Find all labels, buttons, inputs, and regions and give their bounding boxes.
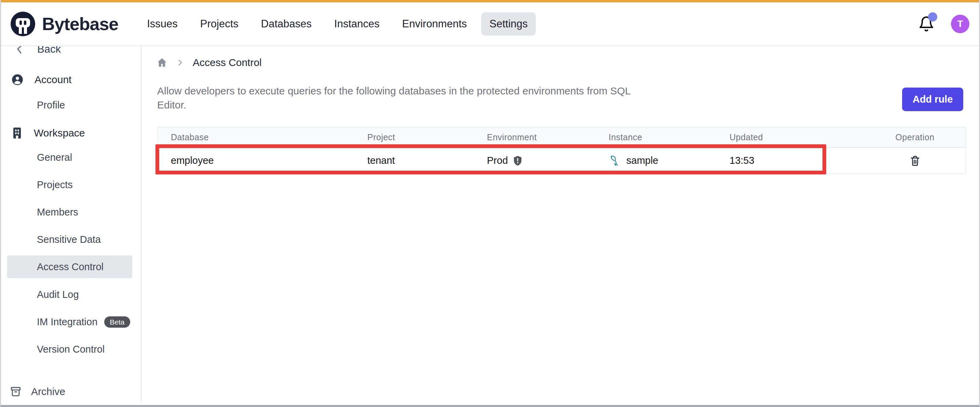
access-control-label: Access Control (37, 261, 103, 273)
table-header-row: Database Project Environment Instance Up… (158, 128, 965, 148)
building-icon (11, 127, 23, 139)
sidebar-item-profile[interactable]: Profile (37, 99, 65, 111)
mysql-dolphin-icon (609, 155, 622, 166)
trash-icon (910, 155, 920, 166)
nav-item-projects[interactable]: Projects (192, 12, 247, 35)
general-label: General (37, 152, 72, 163)
col-header-instance: Instance (596, 132, 716, 142)
chevron-left-icon (15, 46, 24, 54)
page-body: Back Account Profile (1, 46, 979, 402)
page-description: Allow developers to execute queries for … (157, 84, 643, 112)
col-header-environment: Environment (474, 132, 596, 142)
cell-database: employee (158, 155, 354, 166)
im-integration-label: IM Integration (37, 316, 97, 328)
sidebar-back-button[interactable]: Back (15, 46, 61, 56)
workspace-section-label: Workspace (34, 127, 85, 139)
top-navbar: Bytebase Issues Projects Databases Insta… (1, 2, 979, 46)
delete-rule-button[interactable] (908, 154, 921, 168)
sidebar-item-audit-log[interactable]: Audit Log (37, 289, 79, 300)
brand-name: Bytebase (42, 14, 118, 34)
add-rule-button[interactable]: Add rule (902, 88, 963, 111)
account-section-label: Account (35, 74, 72, 86)
top-accent-strip (1, 0, 979, 2)
main-nav: Issues Projects Databases Instances Envi… (139, 12, 536, 35)
notification-bell-button[interactable] (918, 15, 935, 33)
cell-updated: 13:53 (716, 155, 864, 166)
nav-item-environments[interactable]: Environments (394, 12, 475, 35)
brand-logo[interactable]: Bytebase (11, 12, 118, 36)
user-avatar[interactable]: T (951, 15, 969, 33)
projects-label: Projects (37, 179, 73, 190)
header-right: T (918, 15, 969, 33)
protected-shield-icon (512, 155, 523, 166)
main-content: Access Control Allow developers to execu… (142, 46, 979, 402)
sensitive-data-label: Sensitive Data (37, 234, 101, 245)
avatar-letter: T (958, 19, 963, 29)
settings-sidebar: Back Account Profile (1, 46, 142, 402)
bytebase-mascot-icon (11, 12, 35, 36)
archive-box-icon (10, 386, 22, 397)
cell-environment: Prod (474, 155, 596, 166)
audit-log-label: Audit Log (37, 289, 79, 300)
back-label: Back (37, 46, 61, 56)
nav-item-instances[interactable]: Instances (326, 12, 388, 35)
sidebar-item-sensitive-data[interactable]: Sensitive Data (37, 234, 101, 245)
members-label: Members (37, 207, 78, 218)
breadcrumb-current: Access Control (193, 57, 262, 69)
notification-badge-dot (928, 12, 937, 22)
nav-item-settings[interactable]: Settings (481, 12, 536, 35)
col-header-database: Database (158, 132, 354, 142)
sidebar-section-account: Account (11, 73, 72, 86)
environment-name: Prod (487, 155, 508, 166)
table-row: employee tenant Prod (158, 148, 965, 173)
sidebar-item-access-control-active[interactable]: Access Control (7, 255, 132, 278)
nav-item-issues[interactable]: Issues (139, 12, 186, 35)
version-control-label: Version Control (37, 344, 105, 355)
chevron-right-icon (176, 58, 184, 67)
sidebar-item-members[interactable]: Members (37, 207, 78, 218)
sidebar-item-im-integration[interactable]: IM Integration Beta (37, 316, 130, 328)
home-icon[interactable] (156, 57, 167, 68)
beta-badge: Beta (104, 316, 130, 328)
user-circle-icon (11, 73, 24, 86)
cell-operation (864, 154, 966, 168)
sidebar-item-projects[interactable]: Projects (37, 179, 73, 190)
app-window: Bytebase Issues Projects Databases Insta… (0, 0, 980, 407)
sidebar-section-workspace: Workspace (11, 127, 85, 139)
instance-name: sample (626, 155, 659, 166)
col-header-project: Project (354, 132, 474, 142)
cell-project: tenant (354, 155, 474, 166)
col-header-operation: Operation (864, 132, 966, 142)
profile-label: Profile (37, 99, 65, 111)
breadcrumb: Access Control (156, 57, 262, 69)
sidebar-item-general[interactable]: General (37, 152, 72, 163)
cell-instance: sample (596, 155, 716, 166)
col-header-updated: Updated (716, 132, 864, 142)
access-rules-table: Database Project Environment Instance Up… (157, 127, 966, 174)
sidebar-item-version-control[interactable]: Version Control (37, 344, 105, 355)
nav-item-databases[interactable]: Databases (253, 12, 320, 35)
archive-label: Archive (31, 386, 65, 397)
sidebar-item-archive[interactable]: Archive (10, 386, 65, 397)
